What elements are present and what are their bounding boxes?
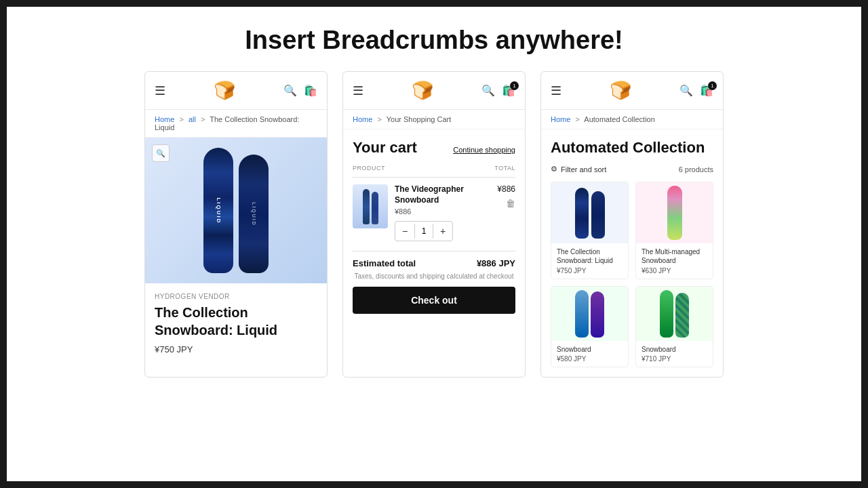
product-card-3: Snowboard ¥580 JPY — [551, 286, 629, 367]
product3-boards — [575, 290, 604, 338]
breadcrumb-cart: Your Shopping Cart — [387, 115, 452, 123]
p3-board2 — [591, 291, 604, 338]
card1-header: ☰ 🍞 🔍 🛍️ — [145, 72, 327, 110]
card-collection: ☰ 🍞 🔍 🛍️1 Home > Automated Collection Au… — [540, 71, 724, 378]
breadcrumb-home[interactable]: Home — [155, 115, 174, 123]
product-card-3-info: Snowboard ¥580 JPY — [551, 341, 628, 367]
cart-title: Your cart — [353, 139, 417, 157]
board-right-text: LIQUID — [252, 202, 256, 226]
logo-icon-card3: 🍞 — [610, 80, 631, 101]
p3-board1 — [575, 290, 589, 338]
product-card-4-name: Snowboard — [642, 345, 707, 354]
estimated-value: ¥886 JPY — [477, 258, 515, 268]
p1-board2 — [591, 191, 605, 239]
logo-icon: 🍞 — [214, 80, 235, 101]
header-icons-card2: 🔍 🛍️1 — [481, 84, 515, 97]
collection-title: Automated Collection — [551, 139, 713, 157]
search-icon-card3[interactable]: 🔍 — [679, 84, 693, 97]
product-card-1-price: ¥750 JPY — [557, 267, 623, 274]
product-card-1-info: The Collection Snowboard: Liquid ¥750 JP… — [551, 243, 628, 279]
cart-icon[interactable]: 🛍️ — [304, 84, 317, 97]
cart-columns: PRODUCT TOTAL — [353, 165, 515, 178]
search-icon-card2[interactable]: 🔍 — [481, 84, 495, 97]
cart-item: The Videographer Snowboard ¥886 − 1 + ¥8… — [353, 178, 515, 248]
card2-breadcrumb: Home > Your Shopping Cart — [343, 110, 525, 129]
breadcrumb-sep-card2: > — [377, 115, 381, 123]
cart-icon-card2[interactable]: 🛍️1 — [502, 84, 515, 97]
continue-shopping[interactable]: Continue shopping — [453, 146, 515, 154]
product-card-1-img — [551, 182, 628, 243]
product-info: HYDROGEN VENDOR The Collection Snowboard… — [145, 283, 327, 364]
collection-body: Automated Collection ⚙ Filter and sort 6… — [541, 129, 723, 377]
cart-body: Your cart Continue shopping PRODUCT TOTA… — [343, 129, 525, 330]
cards-container: ☰ 🍞 🔍 🛍️ Home > all > The Collection Sno… — [0, 71, 868, 378]
product-card-2-info: The Multi-managed Snowboard ¥630 JPY — [636, 243, 713, 279]
board-left-text: LIQUID — [216, 197, 222, 224]
filter-sort-btn[interactable]: ⚙ Filter and sort — [551, 165, 606, 174]
product-card-4-img — [636, 287, 713, 341]
card3-breadcrumb: Home > Automated Collection — [541, 110, 723, 129]
breadcrumb-sep2: > — [201, 115, 205, 123]
card1-breadcrumb: Home > all > The Collection Snowboard: L… — [145, 110, 327, 138]
cart-item-name: The Videographer Snowboard — [395, 184, 490, 205]
product-price: ¥750 JPY — [155, 344, 317, 354]
mini-board-1 — [363, 189, 370, 224]
product1-boards — [575, 188, 605, 239]
breadcrumb-home-card3[interactable]: Home — [551, 115, 570, 123]
p1-board1 — [575, 188, 589, 239]
qty-value: 1 — [414, 224, 433, 239]
cart-item-details: The Videographer Snowboard ¥886 − 1 + — [395, 184, 490, 241]
col-total: TOTAL — [494, 165, 515, 171]
mini-board-2 — [372, 192, 378, 224]
product-name: The Collection Snowboard: Liquid — [155, 304, 317, 339]
breadcrumb-all[interactable]: all — [189, 115, 196, 123]
header-icons: 🔍 🛍️ — [283, 84, 317, 97]
board-left: LIQUID — [203, 148, 233, 273]
product-card-2-img — [636, 182, 713, 243]
estimated-total-row: Estimated total ¥886 JPY — [353, 258, 515, 268]
col-product: PRODUCT — [353, 165, 385, 171]
cart-item-total: ¥886 — [497, 184, 515, 194]
hamburger-icon[interactable]: ☰ — [155, 83, 165, 98]
qty-increase-btn[interactable]: + — [433, 222, 452, 241]
product4-boards — [660, 290, 689, 338]
card2-header: ☰ 🍞 🔍 🛍️1 — [343, 72, 525, 110]
product-image-container: 🔍 LIQUID LIQUID — [145, 138, 327, 283]
zoom-icon[interactable]: 🔍 — [152, 144, 170, 162]
breadcrumb-home-card2[interactable]: Home — [353, 115, 372, 123]
search-icon[interactable]: 🔍 — [283, 84, 297, 97]
products-count: 6 products — [679, 165, 713, 174]
mini-boards — [363, 189, 378, 224]
product-card-1-name: The Collection Snowboard: Liquid — [557, 247, 623, 265]
cart-icon-card3[interactable]: 🛍️1 — [700, 84, 713, 97]
cart-totals: Estimated total ¥886 JPY Taxes, discount… — [353, 251, 515, 321]
board-right: LIQUID — [239, 155, 269, 273]
cart-item-image — [353, 184, 388, 228]
vendor-label: HYDROGEN VENDOR — [155, 293, 317, 300]
cart-header-row: Your cart Continue shopping — [353, 139, 515, 157]
header-icons-card3: 🔍 🛍️1 — [679, 84, 713, 97]
product-card-4-price: ¥710 JPY — [642, 355, 707, 363]
checkout-button[interactable]: Check out — [353, 287, 515, 314]
breadcrumb-collection: Automated Collection — [584, 115, 655, 123]
product-card-2-price: ¥630 JPY — [642, 267, 707, 274]
hamburger-icon-card3[interactable]: ☰ — [551, 83, 561, 98]
p2-board — [667, 186, 682, 240]
breadcrumb-sep1: > — [179, 115, 183, 123]
logo-icon-card2: 🍞 — [412, 80, 433, 101]
card-cart: ☰ 🍞 🔍 🛍️1 Home > Your Shopping Cart Your… — [342, 71, 526, 378]
product-card-2: The Multi-managed Snowboard ¥630 JPY — [635, 182, 713, 279]
product-card-3-img — [551, 287, 628, 341]
product-card-3-name: Snowboard — [557, 345, 623, 354]
delete-item-btn[interactable]: 🗑 — [506, 198, 515, 209]
snowboard-image: LIQUID LIQUID — [203, 148, 269, 273]
hamburger-icon-card2[interactable]: ☰ — [353, 83, 363, 98]
filter-row: ⚙ Filter and sort 6 products — [551, 165, 713, 174]
cart-badge-card2: 1 — [510, 81, 519, 90]
products-grid: The Collection Snowboard: Liquid ¥750 JP… — [551, 182, 713, 367]
tax-note: Taxes, discounts and shipping calculated… — [353, 272, 515, 280]
filter-icon: ⚙ — [551, 165, 557, 174]
cart-badge-card3: 1 — [708, 81, 717, 90]
qty-decrease-btn[interactable]: − — [395, 222, 414, 241]
product-card-4: Snowboard ¥710 JPY — [635, 286, 713, 367]
